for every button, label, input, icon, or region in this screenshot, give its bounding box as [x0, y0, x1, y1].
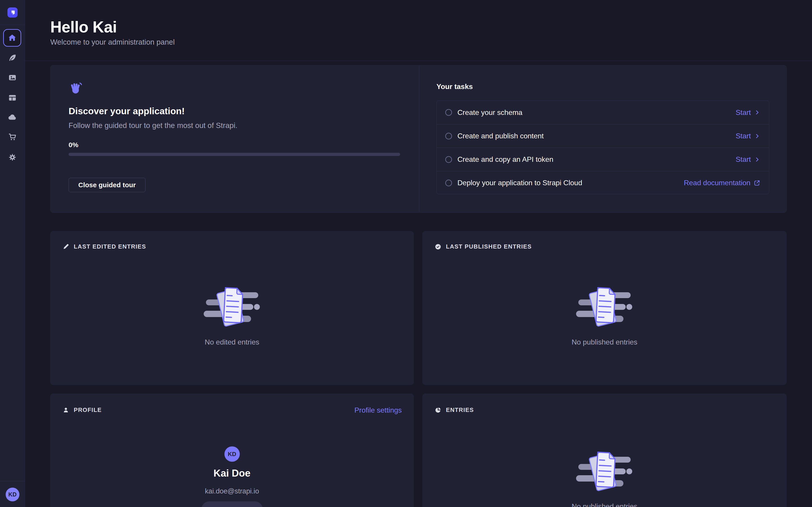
sidebar: KD [0, 0, 25, 507]
chevron-right-icon [754, 109, 760, 116]
widget-title: LAST EDITED ENTRIES [74, 243, 146, 250]
task-label: Create and publish content [457, 132, 735, 140]
empty-documents-illustration [202, 282, 262, 330]
guided-tour-vertical-divider [419, 65, 419, 213]
guided-tour-card: Discover your application! Follow the gu… [50, 65, 787, 213]
task-action-label: Start [735, 108, 751, 117]
check-circle-icon [435, 243, 442, 250]
task-row: Deploy your application to Strapi Cloud … [437, 171, 769, 194]
media-icon [8, 73, 17, 82]
task-start-link[interactable]: Start [735, 155, 760, 164]
widget-title: PROFILE [74, 406, 102, 413]
tasks-title: Your tasks [437, 82, 473, 91]
sidebar-divider-top [0, 25, 25, 25]
empty-state-text: No published entries [423, 502, 786, 507]
guided-tour-subtitle: Follow the guided tour to get the most o… [68, 121, 237, 130]
task-status-circle [445, 180, 452, 186]
task-status-circle [445, 109, 452, 116]
task-label: Create your schema [457, 108, 735, 117]
empty-documents-illustration [574, 282, 635, 330]
task-row: Create and publish content Start [437, 124, 769, 148]
close-guided-tour-button[interactable]: Close guided tour [68, 178, 146, 192]
role-badge [201, 501, 263, 507]
task-row: Create and copy an API token Start [437, 148, 769, 171]
chevron-right-icon [754, 156, 760, 163]
sidebar-item-content-manager[interactable] [8, 53, 17, 62]
task-action-label: Start [735, 155, 751, 164]
widget-title: LAST PUBLISHED ENTRIES [446, 243, 531, 250]
task-start-link[interactable]: Start [735, 132, 760, 140]
task-action-label: Start [735, 132, 751, 140]
task-label: Deploy your application to Strapi Cloud [457, 179, 684, 187]
pencil-icon [62, 243, 69, 250]
task-status-circle [445, 156, 452, 163]
task-action-label: Read documentation [684, 179, 750, 187]
profile-widget: PROFILE Profile settings KD Kai Doe kai.… [50, 394, 414, 507]
profile-email: kai.doe@strapi.io [51, 487, 413, 495]
external-link-icon [754, 180, 760, 186]
home-icon [7, 33, 17, 43]
guided-tour-title: Discover your application! [68, 106, 185, 116]
task-start-link[interactable]: Start [735, 108, 760, 117]
wave-hand-icon [68, 81, 83, 96]
chevron-right-icon [754, 133, 760, 139]
sidebar-item-settings[interactable] [8, 153, 17, 162]
feather-icon [8, 53, 17, 62]
cart-icon [8, 132, 17, 142]
sidebar-item-marketplace[interactable] [8, 132, 17, 142]
page-subtitle: Welcome to your administration panel [50, 38, 175, 46]
task-status-circle [445, 133, 452, 139]
entries-widget: ENTRIES No published entries [422, 394, 786, 507]
read-documentation-link[interactable]: Read documentation [684, 179, 760, 187]
last-edited-entries-widget: LAST EDITED ENTRIES No edited entries [50, 231, 414, 385]
guided-tour-progress-value: 0% [68, 141, 78, 149]
empty-state-text: No published entries [423, 338, 786, 346]
cloud-icon [8, 113, 17, 122]
gear-icon [8, 153, 17, 162]
profile-avatar: KD [224, 446, 240, 462]
strapi-logo-icon [9, 9, 16, 16]
task-row: Create your schema Start [437, 101, 769, 124]
profile-name: Kai Doe [51, 467, 413, 479]
last-published-entries-widget: LAST PUBLISHED ENTRIES No published entr… [422, 231, 786, 385]
task-label: Create and copy an API token [457, 155, 735, 164]
widget-title: ENTRIES [446, 406, 474, 413]
page-title: Hello Kai [50, 18, 117, 36]
sidebar-item-home[interactable] [3, 29, 21, 47]
empty-documents-illustration [574, 446, 635, 495]
guided-tour-progress-bar [68, 153, 400, 156]
layout-icon [8, 93, 17, 102]
sidebar-item-cloud[interactable] [8, 113, 17, 122]
user-avatar[interactable]: KD [6, 488, 19, 501]
sidebar-item-content-type-builder[interactable] [8, 93, 17, 102]
tasks-list: Create your schema Start Create and publ… [437, 101, 769, 194]
sidebar-item-media-library[interactable] [8, 73, 17, 82]
strapi-logo[interactable] [7, 7, 17, 17]
pie-chart-icon [435, 407, 442, 413]
profile-settings-link[interactable]: Profile settings [354, 406, 402, 414]
person-icon [62, 407, 69, 413]
empty-state-text: No edited entries [51, 338, 413, 346]
